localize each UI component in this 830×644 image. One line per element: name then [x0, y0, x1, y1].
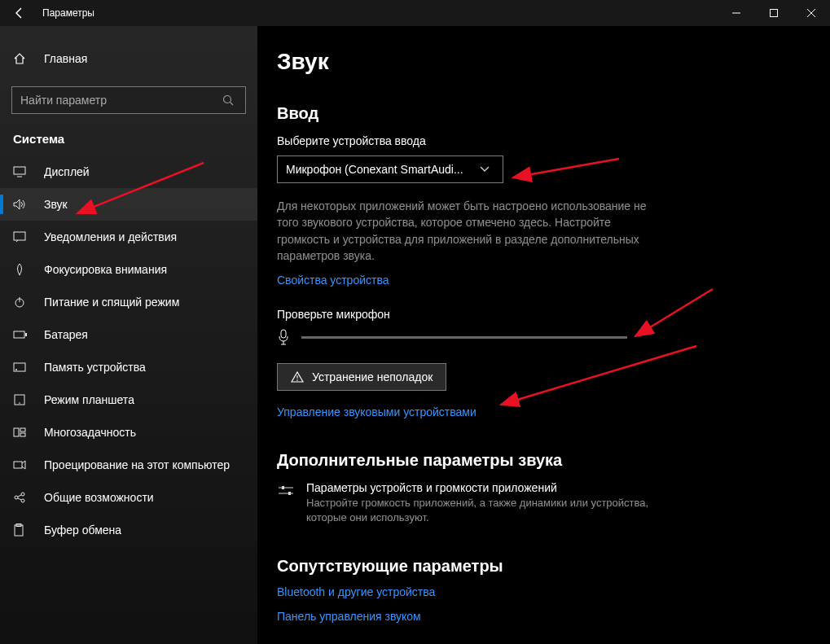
app-volume-item[interactable]: Параметры устройств и громкости приложен…: [277, 481, 668, 525]
sidebar-item-label: Батарея: [44, 328, 88, 341]
window-title: Параметры: [39, 7, 94, 19]
svg-rect-34: [288, 492, 291, 495]
choose-input-label: Выберите устройства ввода: [277, 134, 830, 147]
sidebar-item-display[interactable]: Дисплей: [0, 156, 257, 188]
section-input: Ввод: [277, 104, 830, 123]
sidebar-item-label: Уведомления и действия: [44, 230, 177, 243]
sidebar-item-label: Фокусировка внимания: [44, 263, 167, 276]
sidebar-section-title: Система: [0, 132, 257, 156]
svg-point-4: [224, 96, 231, 103]
section-related: Сопутствующие параметры: [277, 557, 830, 576]
sidebar-item-label: Дисплей: [44, 165, 90, 178]
maximize-icon: [770, 9, 778, 17]
sidebar-item-label: Режим планшета: [44, 393, 134, 406]
sidebar-item-power[interactable]: Питание и спящий режим: [0, 286, 257, 318]
manage-devices-link[interactable]: Управление звуковыми устройствами: [277, 405, 476, 418]
related-soundpanel-link[interactable]: Панель управления звуком: [277, 610, 830, 623]
mic-level-bar: [301, 336, 627, 339]
svg-point-30: [296, 379, 298, 381]
multitask-icon: [13, 427, 29, 437]
svg-point-16: [19, 402, 20, 404]
sidebar-home[interactable]: Главная: [0, 46, 257, 72]
sidebar-item-shared[interactable]: Общие возможности: [0, 481, 257, 514]
chevron-down-icon: [480, 166, 494, 173]
svg-rect-1: [771, 10, 778, 17]
sidebar-item-label: Проецирование на этот компьютер: [44, 458, 230, 471]
test-mic-label: Проверьте микрофон: [277, 308, 830, 321]
sidebar-item-clipboard[interactable]: Буфер обмена: [0, 514, 257, 546]
svg-rect-6: [14, 167, 25, 174]
section-advanced: Дополнительные параметры звука: [277, 451, 830, 470]
mic-test-row: [277, 329, 830, 345]
svg-line-24: [18, 495, 21, 497]
minimize-icon: [732, 9, 740, 17]
sidebar-item-label: Буфер обмена: [44, 524, 121, 537]
sidebar-item-focus[interactable]: Фокусировка внимания: [0, 253, 257, 286]
focus-icon: [13, 263, 29, 276]
input-help-text: Для некоторых приложений может быть наст…: [277, 198, 660, 264]
device-properties-link[interactable]: Свойства устройства: [277, 274, 389, 287]
storage-icon: [13, 362, 29, 372]
microphone-icon: [277, 329, 290, 345]
svg-rect-13: [14, 363, 25, 371]
sidebar-item-tablet[interactable]: Режим планшета: [0, 383, 257, 416]
sidebar: Главная Система Дисплей Звук: [0, 26, 257, 644]
sidebar-item-notifications[interactable]: Уведомления и действия: [0, 221, 257, 253]
sidebar-item-label: Питание и спящий режим: [44, 296, 179, 309]
project-icon: [13, 459, 29, 471]
close-button[interactable]: [793, 0, 830, 26]
svg-rect-19: [20, 433, 25, 436]
troubleshoot-label: Устранение неполадок: [312, 370, 433, 383]
battery-icon: [13, 330, 29, 340]
svg-rect-17: [14, 428, 19, 436]
sound-icon: [13, 199, 29, 210]
clipboard-icon: [13, 524, 29, 537]
app-volume-desc: Настройте громкость приложений, а также …: [306, 496, 668, 525]
svg-point-22: [21, 493, 24, 496]
svg-rect-18: [20, 428, 25, 432]
svg-rect-11: [14, 331, 24, 338]
power-icon: [13, 296, 29, 309]
sidebar-item-label: Память устройства: [44, 361, 146, 374]
svg-rect-12: [25, 333, 27, 336]
sidebar-item-label: Общие возможности: [44, 491, 154, 504]
related-bluetooth-link[interactable]: Bluetooth и другие устройства: [277, 585, 830, 598]
warning-icon: [291, 371, 304, 383]
svg-line-5: [231, 103, 234, 106]
back-button[interactable]: [0, 0, 39, 26]
titlebar: Параметры: [0, 0, 830, 26]
arrow-left-icon: [13, 7, 26, 20]
minimize-button[interactable]: [718, 0, 755, 26]
app-volume-title: Параметры устройств и громкости приложен…: [306, 481, 668, 494]
sidebar-home-label: Главная: [44, 52, 87, 65]
svg-rect-33: [282, 486, 284, 489]
sidebar-nav: Дисплей Звук Уведомления и действия Фоку…: [0, 156, 257, 546]
svg-point-21: [15, 496, 18, 499]
input-device-select[interactable]: Микрофон (Conexant SmartAudi...: [277, 156, 503, 183]
maximize-button[interactable]: [755, 0, 793, 26]
sidebar-item-label: Звук: [44, 198, 68, 211]
svg-point-14: [15, 369, 17, 370]
svg-rect-28: [281, 330, 286, 338]
sidebar-item-project[interactable]: Проецирование на этот компьютер: [0, 449, 257, 481]
svg-rect-8: [14, 232, 25, 240]
notifications-icon: [13, 231, 29, 243]
display-icon: [13, 166, 29, 177]
tablet-icon: [13, 394, 29, 405]
search-icon: [222, 94, 237, 106]
page-title: Звук: [277, 49, 830, 75]
home-icon: [13, 52, 29, 65]
troubleshoot-button[interactable]: Устранение неполадок: [277, 363, 446, 391]
search-box[interactable]: [11, 86, 246, 114]
svg-line-25: [18, 498, 21, 500]
search-input[interactable]: [20, 94, 222, 107]
svg-point-23: [21, 499, 24, 502]
shared-icon: [13, 491, 29, 504]
sidebar-item-sound[interactable]: Звук: [0, 188, 257, 221]
sliders-icon: [277, 481, 295, 525]
sidebar-item-multitask[interactable]: Многозадачность: [0, 416, 257, 449]
sidebar-item-storage[interactable]: Память устройства: [0, 351, 257, 383]
svg-rect-20: [14, 462, 22, 468]
sidebar-item-battery[interactable]: Батарея: [0, 318, 257, 351]
sidebar-item-label: Многозадачность: [44, 426, 136, 439]
